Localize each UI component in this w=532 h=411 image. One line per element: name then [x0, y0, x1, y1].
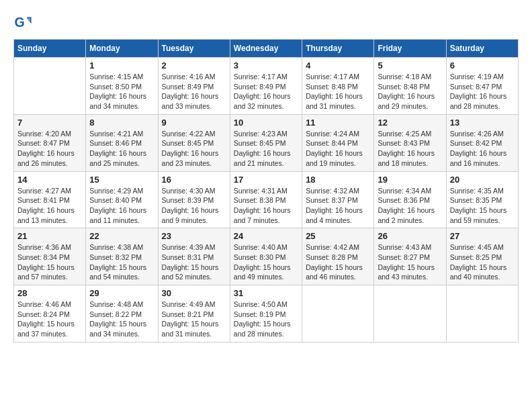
day-number: 25	[306, 231, 370, 241]
day-number: 2	[162, 60, 226, 71]
day-info: Sunrise: 4:20 AM Sunset: 8:47 PM Dayligh…	[17, 129, 82, 169]
column-header-thursday: Thursday	[302, 40, 374, 58]
calendar-cell: 14Sunrise: 4:27 AM Sunset: 8:41 PM Dayli…	[14, 171, 86, 228]
day-info: Sunrise: 4:38 AM Sunset: 8:32 PM Dayligh…	[89, 242, 154, 282]
day-number: 17	[234, 175, 298, 185]
day-info: Sunrise: 4:21 AM Sunset: 8:46 PM Dayligh…	[89, 129, 154, 169]
day-info: Sunrise: 4:23 AM Sunset: 8:45 PM Dayligh…	[234, 129, 298, 169]
day-number: 15	[89, 175, 154, 185]
day-info: Sunrise: 4:36 AM Sunset: 8:34 PM Dayligh…	[17, 242, 82, 282]
day-info: Sunrise: 4:26 AM Sunset: 8:42 PM Dayligh…	[450, 129, 515, 169]
day-number: 30	[162, 288, 226, 298]
calendar-cell: 11Sunrise: 4:24 AM Sunset: 8:44 PM Dayli…	[302, 114, 374, 171]
day-number: 10	[234, 118, 298, 128]
day-info: Sunrise: 4:43 AM Sunset: 8:27 PM Dayligh…	[378, 242, 442, 282]
day-info: Sunrise: 4:24 AM Sunset: 8:44 PM Dayligh…	[306, 129, 370, 169]
column-header-wednesday: Wednesday	[230, 40, 302, 58]
day-number: 9	[162, 118, 226, 128]
calendar-week-1: 1Sunrise: 4:15 AM Sunset: 8:50 PM Daylig…	[14, 58, 519, 115]
calendar-cell: 31Sunrise: 4:50 AM Sunset: 8:19 PM Dayli…	[230, 285, 302, 342]
day-info: Sunrise: 4:35 AM Sunset: 8:35 PM Dayligh…	[450, 186, 515, 226]
calendar-cell: 1Sunrise: 4:15 AM Sunset: 8:50 PM Daylig…	[86, 58, 158, 115]
day-number: 26	[378, 231, 442, 241]
calendar-cell: 29Sunrise: 4:48 AM Sunset: 8:22 PM Dayli…	[86, 285, 158, 342]
svg-text:G: G	[14, 15, 24, 30]
calendar-cell: 21Sunrise: 4:36 AM Sunset: 8:34 PM Dayli…	[14, 228, 86, 285]
calendar-cell	[14, 58, 86, 115]
calendar-cell: 17Sunrise: 4:31 AM Sunset: 8:38 PM Dayli…	[230, 171, 302, 228]
day-number: 4	[306, 60, 370, 71]
day-number: 29	[89, 288, 154, 298]
day-number: 8	[89, 118, 154, 128]
calendar-cell: 7Sunrise: 4:20 AM Sunset: 8:47 PM Daylig…	[14, 114, 86, 171]
calendar-cell: 13Sunrise: 4:26 AM Sunset: 8:42 PM Dayli…	[446, 114, 518, 171]
day-number: 7	[17, 118, 82, 128]
day-number: 12	[378, 118, 442, 128]
calendar-cell: 2Sunrise: 4:16 AM Sunset: 8:49 PM Daylig…	[158, 58, 230, 115]
day-info: Sunrise: 4:16 AM Sunset: 8:49 PM Dayligh…	[162, 72, 226, 111]
day-number: 13	[450, 118, 515, 128]
day-info: Sunrise: 4:22 AM Sunset: 8:45 PM Dayligh…	[162, 129, 226, 169]
calendar-week-5: 28Sunrise: 4:46 AM Sunset: 8:24 PM Dayli…	[14, 285, 519, 342]
calendar-cell: 9Sunrise: 4:22 AM Sunset: 8:45 PM Daylig…	[158, 114, 230, 171]
day-number: 14	[17, 175, 82, 185]
calendar-cell: 3Sunrise: 4:17 AM Sunset: 8:49 PM Daylig…	[230, 58, 302, 115]
calendar-cell: 23Sunrise: 4:39 AM Sunset: 8:31 PM Dayli…	[158, 228, 230, 285]
day-info: Sunrise: 4:17 AM Sunset: 8:49 PM Dayligh…	[234, 72, 298, 111]
calendar-cell: 12Sunrise: 4:25 AM Sunset: 8:43 PM Dayli…	[374, 114, 446, 171]
day-info: Sunrise: 4:49 AM Sunset: 8:21 PM Dayligh…	[162, 300, 226, 339]
day-info: Sunrise: 4:29 AM Sunset: 8:40 PM Dayligh…	[89, 186, 154, 226]
calendar-cell: 16Sunrise: 4:30 AM Sunset: 8:39 PM Dayli…	[158, 171, 230, 228]
day-info: Sunrise: 4:46 AM Sunset: 8:24 PM Dayligh…	[17, 300, 82, 339]
calendar-cell: 20Sunrise: 4:35 AM Sunset: 8:35 PM Dayli…	[446, 171, 518, 228]
calendar-cell: 18Sunrise: 4:32 AM Sunset: 8:37 PM Dayli…	[302, 171, 374, 228]
day-info: Sunrise: 4:15 AM Sunset: 8:50 PM Dayligh…	[89, 72, 154, 111]
column-header-friday: Friday	[374, 40, 446, 58]
calendar-cell: 25Sunrise: 4:42 AM Sunset: 8:28 PM Dayli…	[302, 228, 374, 285]
calendar-cell: 6Sunrise: 4:19 AM Sunset: 8:47 PM Daylig…	[446, 58, 518, 115]
calendar-cell: 8Sunrise: 4:21 AM Sunset: 8:46 PM Daylig…	[86, 114, 158, 171]
calendar-cell: 15Sunrise: 4:29 AM Sunset: 8:40 PM Dayli…	[86, 171, 158, 228]
page-header: G	[13, 13, 519, 32]
day-number: 5	[378, 60, 442, 71]
calendar-cell: 10Sunrise: 4:23 AM Sunset: 8:45 PM Dayli…	[230, 114, 302, 171]
column-header-sunday: Sunday	[14, 40, 86, 58]
svg-marker-2	[27, 18, 31, 23]
day-number: 11	[306, 118, 370, 128]
day-info: Sunrise: 4:30 AM Sunset: 8:39 PM Dayligh…	[162, 186, 226, 226]
day-number: 20	[450, 175, 515, 185]
day-info: Sunrise: 4:48 AM Sunset: 8:22 PM Dayligh…	[89, 300, 154, 339]
day-number: 1	[89, 60, 154, 71]
calendar-cell: 30Sunrise: 4:49 AM Sunset: 8:21 PM Dayli…	[158, 285, 230, 342]
day-info: Sunrise: 4:50 AM Sunset: 8:19 PM Dayligh…	[234, 300, 298, 339]
calendar-cell	[446, 285, 518, 342]
column-header-monday: Monday	[86, 40, 158, 58]
day-number: 16	[162, 175, 226, 185]
calendar-cell: 28Sunrise: 4:46 AM Sunset: 8:24 PM Dayli…	[14, 285, 86, 342]
calendar-cell: 22Sunrise: 4:38 AM Sunset: 8:32 PM Dayli…	[86, 228, 158, 285]
calendar-cell: 5Sunrise: 4:18 AM Sunset: 8:48 PM Daylig…	[374, 58, 446, 115]
day-info: Sunrise: 4:17 AM Sunset: 8:48 PM Dayligh…	[306, 72, 370, 111]
day-info: Sunrise: 4:18 AM Sunset: 8:48 PM Dayligh…	[378, 72, 442, 111]
day-number: 3	[234, 60, 298, 71]
day-info: Sunrise: 4:31 AM Sunset: 8:38 PM Dayligh…	[234, 186, 298, 226]
day-info: Sunrise: 4:39 AM Sunset: 8:31 PM Dayligh…	[162, 242, 226, 282]
day-number: 19	[378, 175, 442, 185]
day-number: 23	[162, 231, 226, 241]
calendar-table: SundayMondayTuesdayWednesdayThursdayFrid…	[13, 39, 519, 342]
calendar-cell	[302, 285, 374, 342]
day-info: Sunrise: 4:45 AM Sunset: 8:25 PM Dayligh…	[450, 242, 515, 282]
day-info: Sunrise: 4:40 AM Sunset: 8:30 PM Dayligh…	[234, 242, 298, 282]
calendar-cell: 27Sunrise: 4:45 AM Sunset: 8:25 PM Dayli…	[446, 228, 518, 285]
day-number: 31	[234, 288, 298, 298]
day-number: 21	[17, 231, 82, 241]
calendar-week-4: 21Sunrise: 4:36 AM Sunset: 8:34 PM Dayli…	[14, 228, 519, 285]
day-number: 24	[234, 231, 298, 241]
calendar-cell	[374, 285, 446, 342]
day-info: Sunrise: 4:25 AM Sunset: 8:43 PM Dayligh…	[378, 129, 442, 169]
day-info: Sunrise: 4:19 AM Sunset: 8:47 PM Dayligh…	[450, 72, 515, 111]
calendar-cell: 4Sunrise: 4:17 AM Sunset: 8:48 PM Daylig…	[302, 58, 374, 115]
calendar-week-2: 7Sunrise: 4:20 AM Sunset: 8:47 PM Daylig…	[14, 114, 519, 171]
day-info: Sunrise: 4:27 AM Sunset: 8:41 PM Dayligh…	[17, 186, 82, 226]
logo-icon: G	[13, 13, 32, 32]
